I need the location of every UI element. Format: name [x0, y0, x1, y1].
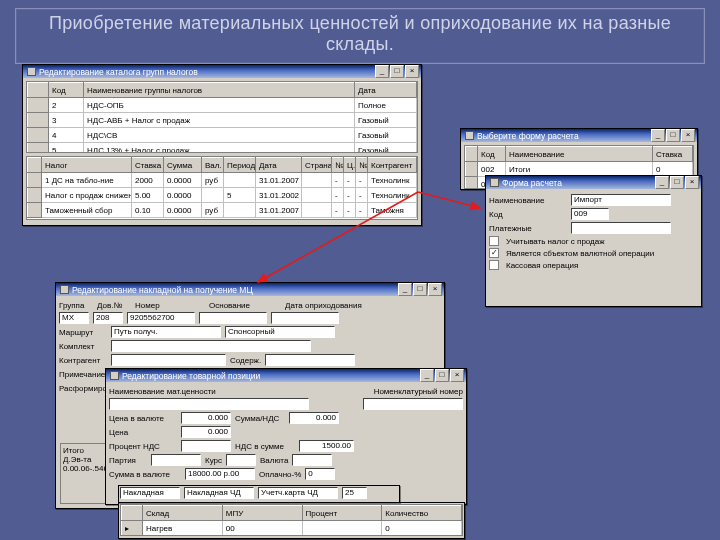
fld-nn[interactable]: [363, 398, 463, 410]
table-row[interactable]: 1 ДС на табло-ние20000.0000руб31.01.2007…: [28, 173, 417, 188]
fld-d[interactable]: 25: [342, 487, 367, 499]
col[interactable]: Количество: [382, 506, 462, 521]
checkbox-currency-op[interactable]: ✓: [489, 248, 499, 258]
fld-soder[interactable]: [265, 354, 355, 366]
field-pay[interactable]: [571, 222, 671, 234]
field-name[interactable]: Импорт: [571, 194, 671, 206]
col[interactable]: Налог: [42, 158, 132, 173]
fld-valuta[interactable]: [292, 454, 332, 466]
chk-label: Кассовая операция: [506, 261, 578, 270]
app-icon: [60, 285, 69, 294]
close-icon[interactable]: ×: [450, 369, 464, 382]
fld-dover[interactable]: 208: [93, 312, 123, 324]
field-code[interactable]: 009: [571, 208, 609, 220]
fld-mr[interactable]: Путь получ.: [111, 326, 221, 338]
maximize-icon[interactable]: □: [435, 369, 449, 382]
minimize-icon[interactable]: _: [375, 65, 389, 78]
fld-grp[interactable]: МХ: [59, 312, 89, 324]
grid-tax-detail[interactable]: Налог Ставка Сумма Вал. Период Дата Стра…: [26, 156, 418, 220]
fld-impl[interactable]: Спонсорный: [225, 326, 335, 338]
window-calc-form: Форма расчета _□× НаименованиеИмпорт Код…: [485, 175, 702, 307]
col[interactable]: Дата: [256, 158, 302, 173]
lbl-cena2: Цена: [109, 428, 177, 437]
checkbox-sales-tax[interactable]: [489, 236, 499, 246]
lbl-kurs: Курс: [205, 456, 222, 465]
table-row[interactable]: 4НДС\СВГазовый: [28, 128, 417, 143]
title-text: Редактирование товарной позиции: [122, 371, 420, 381]
col[interactable]: Код: [478, 147, 506, 162]
col[interactable]: Ставка: [653, 147, 693, 162]
maximize-icon[interactable]: □: [670, 176, 684, 189]
col[interactable]: №: [356, 158, 368, 173]
col[interactable]: Процент: [302, 506, 382, 521]
col[interactable]: Контрагент: [368, 158, 417, 173]
fld-kurs[interactable]: [226, 454, 256, 466]
fld-sum1[interactable]: 0.000: [289, 412, 339, 424]
close-icon[interactable]: ×: [685, 176, 699, 189]
fld-nm[interactable]: [109, 398, 309, 410]
slide-title: Приобретение материальных ценностей и оп…: [24, 13, 696, 55]
window-footer-grid: Склад МПУ Процент Количество ▸Нагрев000: [118, 502, 465, 539]
minimize-icon[interactable]: _: [420, 369, 434, 382]
minimize-icon[interactable]: _: [398, 283, 412, 296]
col[interactable]: Ц.: [344, 158, 356, 173]
lbl-partia: Партия: [109, 456, 147, 465]
titlebar[interactable]: Редактирование каталога групп налогов _ …: [23, 65, 421, 78]
fld-summa2[interactable]: 18000.00 р.00: [185, 468, 255, 480]
maximize-icon[interactable]: □: [390, 65, 404, 78]
fld-kom[interactable]: [111, 340, 311, 352]
fld-osn[interactable]: [199, 312, 267, 324]
titlebar[interactable]: Редактирование товарной позиции _□×: [106, 369, 466, 382]
label-pay: Платежные: [489, 224, 567, 233]
minimize-icon[interactable]: _: [651, 129, 665, 142]
grid-tax-groups[interactable]: Код Наименование группы налогов Дата 2НД…: [26, 81, 418, 153]
maximize-icon[interactable]: □: [413, 283, 427, 296]
col[interactable]: Вал.: [202, 158, 224, 173]
fld-cena[interactable]: 0.000: [181, 412, 231, 424]
fld-partia[interactable]: [151, 454, 201, 466]
col[interactable]: Склад: [143, 506, 223, 521]
titlebar[interactable]: Выберите форму расчета _□×: [461, 129, 697, 142]
fld-a[interactable]: Накладная: [120, 487, 180, 499]
titlebar[interactable]: Форма расчета _□×: [486, 176, 701, 189]
col[interactable]: Ставка: [132, 158, 164, 173]
titlebar[interactable]: Редактирование накладной на получение МЦ…: [56, 283, 444, 296]
app-icon: [110, 371, 119, 380]
table-row[interactable]: ▸Нагрев000: [122, 521, 462, 536]
minimize-icon[interactable]: _: [655, 176, 669, 189]
lbl-prim: Примечание: [59, 370, 107, 379]
checkbox-cash-op[interactable]: [489, 260, 499, 270]
table-row[interactable]: Налог с продаж снижение5.000.0000531.01.…: [28, 188, 417, 203]
col[interactable]: Сумма: [164, 158, 202, 173]
table-row[interactable]: 2НДС-ОПБПолное: [28, 98, 417, 113]
lbl-valuta: Валюта: [260, 456, 288, 465]
col[interactable]: Период: [224, 158, 256, 173]
col-extra[interactable]: Дата: [355, 83, 417, 98]
fld-val5[interactable]: 1500.00: [299, 440, 354, 452]
fld-nom[interactable]: 9205562700: [127, 312, 195, 324]
fld-opl[interactable]: 0: [305, 468, 335, 480]
col-code[interactable]: Код: [49, 83, 84, 98]
table-row[interactable]: 5НДС 13% + Налог с продажГазовый: [28, 143, 417, 154]
fld-proc[interactable]: [181, 440, 231, 452]
grid-footer[interactable]: Склад МПУ Процент Количество ▸Нагрев000: [120, 504, 463, 536]
close-icon[interactable]: ×: [428, 283, 442, 296]
fld-dop[interactable]: [271, 312, 339, 324]
fld-c[interactable]: Учетч.карта ЧД: [258, 487, 338, 499]
row-header: [28, 83, 49, 98]
lbl-opl: Оплачно-%: [259, 470, 301, 479]
col[interactable]: Наименование: [506, 147, 653, 162]
fld-b[interactable]: Накладная ЧД: [184, 487, 254, 499]
close-icon[interactable]: ×: [405, 65, 419, 78]
col[interactable]: МПУ: [222, 506, 302, 521]
label-name: Наименование: [489, 196, 567, 205]
col[interactable]: Страна: [302, 158, 332, 173]
col-name[interactable]: Наименование группы налогов: [84, 83, 355, 98]
table-row[interactable]: Таможенный сбор0.100.0000руб31.01.2007--…: [28, 203, 417, 218]
fld-kontr[interactable]: [111, 354, 226, 366]
table-row[interactable]: 3НДС-АВБ + Налог с продажГазовый: [28, 113, 417, 128]
close-icon[interactable]: ×: [681, 129, 695, 142]
col[interactable]: №: [332, 158, 344, 173]
maximize-icon[interactable]: □: [666, 129, 680, 142]
fld-cena2[interactable]: 0.000: [181, 426, 231, 438]
